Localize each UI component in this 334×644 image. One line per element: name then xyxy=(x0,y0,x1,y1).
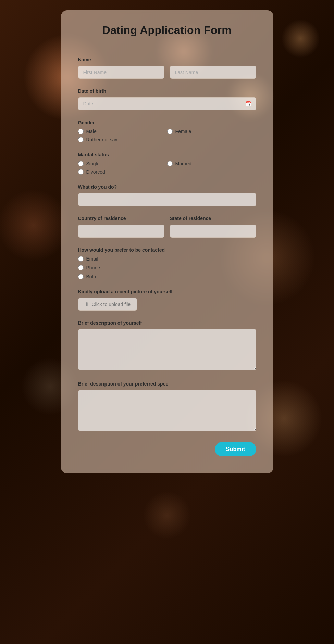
name-label: Name xyxy=(78,57,256,62)
submit-row: Submit xyxy=(78,442,256,456)
dob-label: Date of birth xyxy=(78,88,256,94)
contact-both-label: Both xyxy=(86,274,96,279)
country-input[interactable] xyxy=(78,225,164,238)
gender-male-label: Male xyxy=(86,129,97,134)
contact-both-radio[interactable] xyxy=(78,274,84,279)
dob-input[interactable] xyxy=(78,97,256,110)
name-field-group: Name xyxy=(78,57,256,79)
gender-male-radio[interactable] xyxy=(78,129,84,134)
date-wrapper: 📅 xyxy=(78,97,256,110)
gender-label: Gender xyxy=(78,120,256,125)
preferred-spec-label: Brief description of your preferred spec xyxy=(78,381,256,387)
occupation-field-group: What do you do? xyxy=(78,184,256,206)
gender-female-option[interactable]: Female xyxy=(167,129,256,134)
marital-single-label: Single xyxy=(86,161,100,166)
last-name-input[interactable] xyxy=(170,66,256,79)
contact-phone-option[interactable]: Phone xyxy=(78,265,256,270)
self-description-label: Brief description of yourself xyxy=(78,320,256,326)
dob-field-group: Date of birth 📅 xyxy=(78,88,256,110)
contact-phone-radio[interactable] xyxy=(78,265,84,270)
photo-field-group: Kindly upload a recent picture of yourse… xyxy=(78,289,256,311)
marital-divorced-option[interactable]: Divorced xyxy=(78,169,167,175)
first-name-input[interactable] xyxy=(78,66,164,79)
gender-female-label: Female xyxy=(175,129,191,134)
self-description-field-group: Brief description of yourself xyxy=(78,320,256,371)
marital-options: Single Married Divorced xyxy=(78,161,256,175)
marital-married-option[interactable]: Married xyxy=(167,161,256,166)
upload-button[interactable]: ⬆ Click to upload file xyxy=(78,298,137,311)
country-group: Country of residence xyxy=(78,216,164,238)
title-divider xyxy=(78,47,256,47)
photo-label: Kindly upload a recent picture of yourse… xyxy=(78,289,256,294)
contact-email-option[interactable]: Email xyxy=(78,256,256,262)
contact-options: Email Phone Both xyxy=(78,256,256,279)
preferred-spec-textarea[interactable] xyxy=(78,390,256,431)
upload-button-label: Click to upload file xyxy=(92,302,131,307)
marital-married-radio[interactable] xyxy=(167,161,173,166)
state-group: State of residence xyxy=(170,216,256,238)
preferred-spec-field-group: Brief description of your preferred spec xyxy=(78,381,256,432)
submit-button[interactable]: Submit xyxy=(215,442,256,456)
gender-options: Male Female Rather not say xyxy=(78,129,256,142)
contact-label: How would you prefer to be contacted xyxy=(78,247,256,253)
occupation-label: What do you do? xyxy=(78,184,256,190)
marital-divorced-label: Divorced xyxy=(86,169,105,175)
self-description-textarea[interactable] xyxy=(78,329,256,370)
contact-both-option[interactable]: Both xyxy=(78,274,256,279)
location-field-group: Country of residence State of residence xyxy=(78,216,256,238)
gender-field-group: Gender Male Female Rather not say xyxy=(78,120,256,142)
state-label: State of residence xyxy=(170,216,256,221)
upload-icon: ⬆ xyxy=(85,301,89,307)
occupation-input[interactable] xyxy=(78,193,256,206)
marital-single-option[interactable]: Single xyxy=(78,161,167,166)
gender-female-radio[interactable] xyxy=(167,129,173,134)
contact-email-radio[interactable] xyxy=(78,256,84,262)
marital-single-radio[interactable] xyxy=(78,161,84,166)
contact-field-group: How would you prefer to be contacted Ema… xyxy=(78,247,256,279)
state-input[interactable] xyxy=(170,225,256,238)
gender-rns-label: Rather not say xyxy=(86,137,117,142)
marital-label: Marital status xyxy=(78,152,256,157)
marital-divorced-radio[interactable] xyxy=(78,169,84,175)
gender-rns-radio[interactable] xyxy=(78,137,84,142)
contact-phone-label: Phone xyxy=(86,265,100,270)
form-container: Dating Application Form Name Date of bir… xyxy=(61,10,273,473)
name-row xyxy=(78,66,256,79)
gender-male-option[interactable]: Male xyxy=(78,129,167,134)
contact-email-label: Email xyxy=(86,256,98,262)
form-title: Dating Application Form xyxy=(78,24,256,37)
marital-field-group: Marital status Single Married Divorced xyxy=(78,152,256,175)
country-label: Country of residence xyxy=(78,216,164,221)
gender-rns-option[interactable]: Rather not say xyxy=(78,137,167,142)
marital-married-label: Married xyxy=(175,161,191,166)
